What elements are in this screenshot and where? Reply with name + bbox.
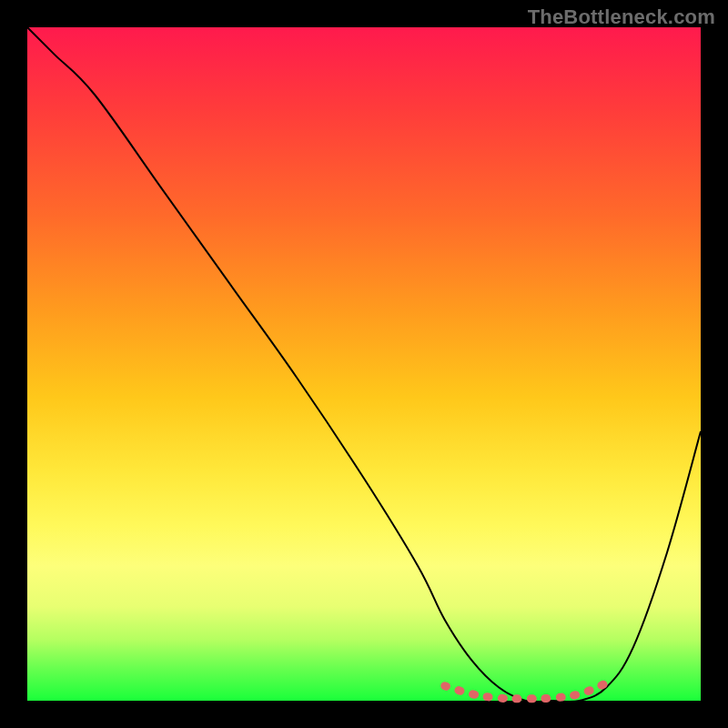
bottleneck-curve [27, 27, 701, 702]
optimal-band [445, 683, 607, 699]
watermark-label: TheBottleneck.com [528, 5, 715, 29]
chart-svg [27, 27, 701, 701]
plot-area [27, 27, 701, 701]
chart-frame: TheBottleneck.com [0, 0, 728, 728]
